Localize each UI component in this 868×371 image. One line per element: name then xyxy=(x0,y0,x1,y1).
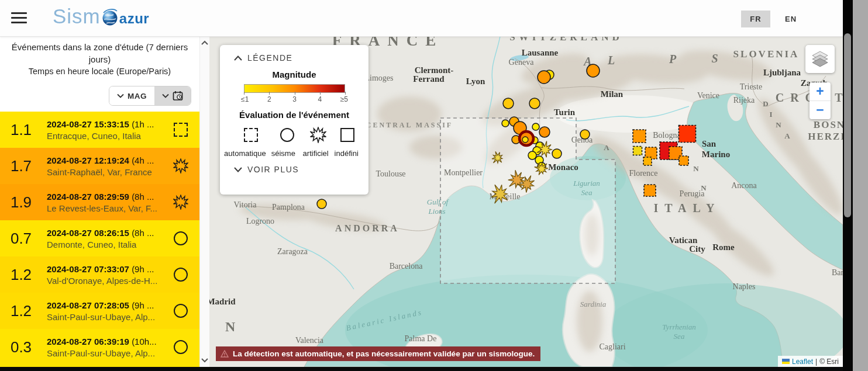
zoom-control: + − xyxy=(810,82,831,119)
map-attribution: Leaflet | © Esri xyxy=(778,356,843,367)
esri-link[interactable]: © Esri xyxy=(819,358,839,366)
map-label-sea: Lions xyxy=(428,207,446,216)
eval-label: automatique xyxy=(223,149,267,158)
event-datetime: 2024-08-27 06:39:19 xyxy=(47,337,129,346)
event-magnitude: 1.2 xyxy=(0,266,42,284)
event-elapsed: (8h ... xyxy=(132,192,154,202)
map-label-country: I N xyxy=(209,319,242,334)
earthquake-circle-marker[interactable] xyxy=(522,137,528,143)
map-label-city: Rome xyxy=(712,242,735,252)
brand-azur: azur xyxy=(119,11,149,27)
event-datetime: 2024-08-27 15:33:15 xyxy=(47,119,129,129)
earthquake-circle-marker[interactable] xyxy=(532,123,539,130)
layers-control[interactable] xyxy=(805,45,835,73)
earthquake-square-marker[interactable] xyxy=(679,126,696,143)
earthquake-square-marker[interactable] xyxy=(633,147,642,155)
sidebar-title: Événements dans la zone d'étude (7 derni… xyxy=(0,41,199,65)
map-label-city: Venice xyxy=(697,91,719,100)
earthquake-circle-marker[interactable] xyxy=(503,98,514,109)
scale-tick: 2 xyxy=(267,95,271,103)
event-eval-icon xyxy=(162,158,199,174)
event-row[interactable]: 1.1 2024-08-27 15:33:15 (1h ... Entracqu… xyxy=(0,112,199,148)
earthquake-circle-marker[interactable] xyxy=(538,71,550,84)
map-label-city: Vatican xyxy=(669,235,698,245)
event-elapsed: (1h ... xyxy=(132,119,154,129)
scale-tick: 4 xyxy=(318,95,322,103)
scroll-up-icon[interactable] xyxy=(201,39,209,47)
hamburger-icon xyxy=(11,12,27,14)
earthquake-circle-marker[interactable] xyxy=(529,98,540,109)
event-row[interactable]: 0.3 2024-08-27 06:39:19 (10h... Saint-Pa… xyxy=(0,329,199,365)
map-label-sea: Sea xyxy=(581,188,593,197)
event-row[interactable]: 0.7 2024-08-27 08:26:15 (8h ... Demonte,… xyxy=(0,220,199,256)
event-row[interactable]: 1.7 2024-08-27 12:19:24 (4h ... Saint-Ra… xyxy=(0,148,199,184)
magnitude-filter-button[interactable]: MAG xyxy=(109,86,154,105)
page-scrollbar[interactable] xyxy=(843,0,853,371)
zoom-in-button[interactable]: + xyxy=(810,82,831,100)
event-datetime: 2024-08-27 12:19:24 xyxy=(47,155,129,165)
window-bottom-strip xyxy=(0,367,853,371)
leaflet-link[interactable]: Leaflet xyxy=(792,358,813,366)
earthquake-circle-marker[interactable] xyxy=(580,130,590,139)
legend-more-button[interactable]: VOIR PLUS xyxy=(234,165,368,174)
event-datetime: 2024-08-27 08:29:59 xyxy=(47,192,129,202)
app-header: Sism azur FR EN xyxy=(0,0,843,37)
window-edge-strip xyxy=(853,0,868,371)
earthquake-circle-marker[interactable] xyxy=(552,149,562,158)
map-label-country: ITALY xyxy=(653,202,721,214)
map-label-city: Turin xyxy=(554,108,576,117)
map-label-city: Valencia xyxy=(295,336,324,345)
earthquake-square-marker[interactable] xyxy=(644,185,656,196)
menu-button[interactable] xyxy=(11,12,27,24)
chevron-down-icon xyxy=(234,167,242,172)
event-elapsed: (10h... xyxy=(132,337,157,346)
lang-en-button[interactable]: EN xyxy=(776,11,805,27)
legend-collapse-button[interactable]: LÉGENDE xyxy=(220,45,368,63)
map-label-city: Lausanne xyxy=(522,48,559,57)
event-elapsed: (4h ... xyxy=(132,155,154,165)
layers-icon xyxy=(811,51,829,67)
artificial-icon xyxy=(173,195,188,210)
earthquake-square-marker[interactable] xyxy=(643,157,652,165)
app-logo[interactable]: Sism azur xyxy=(53,5,149,28)
earthquake-icon xyxy=(280,128,294,142)
event-row[interactable]: 1.9 2024-08-27 08:29:59 (8h ... Le Reves… xyxy=(0,184,199,220)
scroll-down-icon[interactable] xyxy=(201,356,209,364)
map-label-sea: Gulf of xyxy=(427,197,450,206)
earthquake-circle-marker[interactable] xyxy=(317,199,326,209)
earthquake-circle-marker[interactable] xyxy=(502,120,509,127)
earthquake-square-marker[interactable] xyxy=(679,156,688,165)
map-label-range: S xyxy=(711,52,718,65)
event-location: Demonte, Cuneo, Italia xyxy=(47,240,162,249)
seisme-icon xyxy=(174,304,188,318)
event-eval-icon xyxy=(162,195,199,210)
map-label-city: Lyon xyxy=(466,77,485,86)
map-label-country: SLOVENIA xyxy=(733,48,800,60)
zoom-out-button[interactable]: − xyxy=(810,100,831,119)
auto-detection-banner: La détection est automatique, et pas néc… xyxy=(216,346,540,361)
map-label-city: Madrid xyxy=(209,297,236,306)
legend-magnitude-title: Magnitude xyxy=(220,70,368,79)
map-label-sea: Sea xyxy=(674,332,685,341)
map-label-city: Ferrand xyxy=(413,74,445,84)
event-magnitude: 1.9 xyxy=(0,193,42,211)
map-label-range: N xyxy=(693,164,699,173)
chevron-down-icon xyxy=(162,93,169,98)
chevron-up-icon xyxy=(234,56,242,61)
event-magnitude: 1.2 xyxy=(0,302,42,320)
earthquake-circle-marker[interactable] xyxy=(539,127,550,137)
map-container[interactable]: FRANCE SWITZERLAND SLOVENIA CROATI BOSN … xyxy=(209,36,843,367)
map-label-sea: Ligurian xyxy=(573,179,600,188)
map-label-range: L xyxy=(607,54,615,67)
event-row[interactable]: 1.2 2024-08-27 07:33:07 (9h ... Val-d'Or… xyxy=(0,256,199,293)
earthquake-square-marker[interactable] xyxy=(633,130,646,143)
date-filter-button[interactable] xyxy=(154,86,191,105)
event-eval-icon xyxy=(162,304,199,318)
earthquake-circle-marker[interactable] xyxy=(587,64,600,77)
page-scrollbar-thumb[interactable] xyxy=(844,33,851,217)
event-eval-icon xyxy=(162,268,199,282)
event-eval-icon xyxy=(162,340,199,354)
lang-fr-button[interactable]: FR xyxy=(741,11,770,27)
sidebar-scrollbar[interactable] xyxy=(199,36,209,367)
event-row[interactable]: 1.2 2024-08-27 07:28:05 (9h ... Saint-Pa… xyxy=(0,293,199,329)
